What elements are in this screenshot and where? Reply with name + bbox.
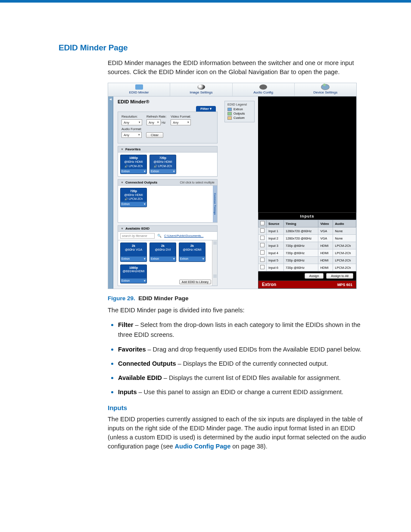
filter-tab[interactable]: Filter ▾ bbox=[196, 106, 216, 112]
brand-bar: Extron MPS 601 bbox=[258, 281, 356, 289]
table-row: Input 11280x720 @60HzVGANone bbox=[258, 227, 356, 235]
edid-legend: EDID Legend Extron Outputs Custom bbox=[224, 101, 255, 122]
inputs-panel-title: Inputs bbox=[258, 212, 356, 220]
clear-button[interactable]: Clear bbox=[146, 132, 163, 138]
page-heading: EDID Minder Page bbox=[59, 43, 370, 53]
lens-icon bbox=[197, 84, 205, 90]
edid-card[interactable]: 2k@60Hz VGA Extron▾ bbox=[120, 243, 147, 262]
row-checkbox[interactable] bbox=[260, 265, 265, 269]
edid-card[interactable]: 2k@60Hz DVI Extron▾ bbox=[149, 243, 176, 262]
inputs-subheading: Inputs bbox=[108, 404, 370, 411]
available-body: 2k@60Hz VGA Extron▾ 2k@60Hz DVI Extron▾ … bbox=[118, 240, 218, 286]
favorites-body: 1080p@60Hz HDMI🔊 LPCM-2ChExtron▾ 720p@60… bbox=[118, 152, 218, 177]
scrollbar[interactable] bbox=[212, 240, 217, 286]
tab-device-settings[interactable]: Device Settings bbox=[295, 83, 356, 96]
gear-icon bbox=[321, 84, 329, 90]
panel-title: EDID Minder® bbox=[118, 99, 218, 104]
favorites-header[interactable]: Favorites bbox=[118, 146, 218, 152]
row-checkbox[interactable] bbox=[260, 243, 265, 247]
filter-panel: Resolution: Any Refresh Rate: Any Hz Vid… bbox=[118, 112, 218, 143]
common-timings-tab[interactable]: Common Timings bbox=[213, 186, 217, 222]
edid-card[interactable]: 720p@60Hz HDMI🔊 LPCM-2ChExtron▾ bbox=[149, 155, 176, 174]
tab-image-settings[interactable]: Image Settings bbox=[170, 83, 232, 96]
edid-card[interactable]: 1080p@60Hz HDMI🔊 LPCM-2ChExtron▾ bbox=[120, 155, 147, 174]
assign-button[interactable]: Assign bbox=[305, 273, 324, 279]
intro-text: EDID Minder manages the EDID information… bbox=[108, 59, 370, 77]
audiofmt-label: Audio Format: bbox=[121, 127, 142, 131]
edid-card[interactable]: 1080p@60/24HzHDMI Extron▾ bbox=[120, 264, 147, 284]
tab-edid-minder[interactable]: EDID Minder bbox=[108, 83, 170, 96]
available-header[interactable]: Available EDID bbox=[118, 225, 218, 232]
edid-card[interactable]: 2k@60Hz HDMI Extron▾ bbox=[179, 243, 206, 262]
table-row: Input 5720p @60HzHDMILPCM-2Ch bbox=[258, 257, 356, 264]
table-row: Input 6720p @60HzHDMILPCM-2Ch bbox=[258, 264, 356, 271]
refresh-label: Refresh Rate: bbox=[146, 115, 166, 118]
search-input[interactable]: search by filename bbox=[120, 233, 155, 239]
search-icon[interactable]: 🔍 bbox=[157, 234, 162, 238]
speaker-icon bbox=[259, 84, 267, 90]
refresh-select[interactable]: Any bbox=[146, 119, 161, 125]
resolution-label: Resolution: bbox=[121, 115, 142, 118]
add-edid-button[interactable]: Add EDID to Library bbox=[179, 280, 211, 284]
dropdown-icon[interactable]: ▾ bbox=[144, 170, 146, 173]
inputs-table: Source Timing Video Audio Input 11280x72… bbox=[258, 220, 356, 271]
resolution-select[interactable]: Any bbox=[121, 119, 142, 125]
table-row: Input 21280x720 @60HzVGANone bbox=[258, 235, 356, 242]
row-checkbox[interactable] bbox=[260, 250, 265, 255]
audio-config-link[interactable]: Audio Config Page bbox=[175, 443, 231, 450]
monitor-icon bbox=[135, 84, 143, 90]
table-row: Input 3720p @60HzHDMILPCM-2Ch bbox=[258, 242, 356, 249]
row-checkbox[interactable] bbox=[260, 228, 265, 233]
connected-header[interactable]: Connected OutputsCtrl click to select mu… bbox=[118, 179, 218, 186]
tab-audio-config[interactable]: Audio Config bbox=[233, 83, 295, 96]
row-checkbox[interactable] bbox=[260, 258, 265, 262]
path-link[interactable]: C:\Users\Public\Documents... bbox=[164, 234, 203, 237]
divided-text: The EDID Minder page is divided into fiv… bbox=[108, 306, 370, 315]
assign-all-button[interactable]: Assign to All bbox=[326, 273, 353, 279]
select-all-checkbox[interactable] bbox=[260, 221, 265, 225]
dropdown-icon[interactable]: ▾ bbox=[173, 170, 175, 173]
edid-card[interactable]: 720p@60Hz HDMI🔊 LPCM-2ChExtron▾ bbox=[120, 188, 147, 207]
connected-body: 720p@60Hz HDMI🔊 LPCM-2ChExtron▾ Common T… bbox=[118, 186, 218, 223]
figure-caption: Figure 29. EDID Minder Page bbox=[108, 295, 370, 302]
audiofmt-select[interactable]: Any bbox=[121, 132, 142, 138]
videofmt-select[interactable]: Any bbox=[171, 119, 191, 125]
row-checkbox[interactable] bbox=[260, 236, 265, 240]
collapse-handle[interactable]: ◄ bbox=[108, 96, 113, 289]
panel-bullets: Filter – Select from the drop-down lists… bbox=[108, 319, 370, 397]
inputs-paragraph: The EDID properties currently assigned t… bbox=[108, 415, 370, 451]
table-row: Input 4720p @60HzHDMILPCM-2Ch bbox=[258, 249, 356, 257]
videofmt-label: Video Format: bbox=[171, 115, 191, 118]
app-screenshot: EDID Minder Image Settings Audio Config … bbox=[108, 83, 357, 289]
